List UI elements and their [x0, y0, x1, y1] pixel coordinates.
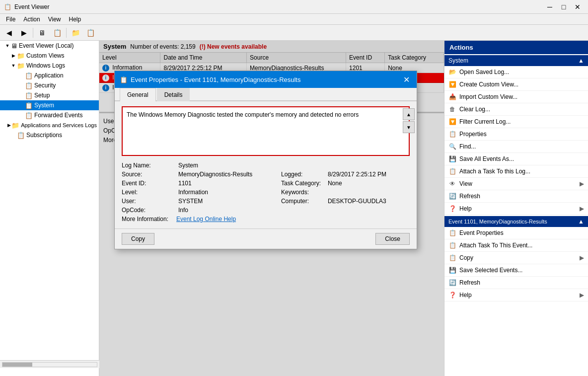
scroll-up-button[interactable]: ▲	[403, 108, 415, 120]
modal-overlay: 📋 Event Properties - Event 1101, MemoryD…	[99, 41, 444, 376]
log-icon: 📋	[25, 92, 33, 99]
modal-footer: Copy Close	[115, 228, 417, 249]
folder-icon: 📁	[17, 62, 25, 70]
action-label: Clear Log...	[459, 106, 490, 113]
action-help-event[interactable]: ❓ Help ▶	[444, 289, 588, 301]
sidebar-item-custom-views[interactable]: ▶ 📁 Custom Views	[0, 51, 99, 61]
toolbar-btn4[interactable]: 📋	[83, 26, 97, 39]
toolbar-btn2[interactable]: 📋	[50, 26, 64, 39]
modal-title-bar: 📋 Event Properties - Event 1101, MemoryD…	[115, 71, 417, 88]
attach-icon: 📋	[448, 167, 456, 175]
action-attach-task-event[interactable]: 📋 Attach Task To This Event...	[444, 239, 588, 252]
sidebar-item-system[interactable]: 📋 System	[0, 100, 99, 110]
sidebar-scrollbar[interactable]	[0, 360, 99, 368]
action-help[interactable]: ❓ Help ▶	[444, 203, 588, 215]
sidebar-item-subscriptions[interactable]: 📋 Subscriptions	[0, 130, 99, 140]
copy-button[interactable]: Copy	[122, 233, 154, 245]
keywords-label: Keywords:	[281, 188, 326, 197]
attach-icon: 📋	[448, 241, 456, 249]
computer-label: Computer:	[281, 197, 326, 206]
action-filter-log[interactable]: 🔽 Filter Current Log...	[444, 116, 588, 128]
toolbar: ◀ ▶ 🖥 📋 📁 📋	[0, 25, 588, 41]
sidebar-item-security[interactable]: 📋 Security	[0, 80, 99, 90]
action-attach-task-log[interactable]: 📋 Attach a Task To this Log...	[444, 165, 588, 178]
action-refresh-event[interactable]: 🔄 Refresh	[444, 277, 588, 289]
event-description-text: The Windows Memory Diagnostic tested the…	[127, 111, 359, 118]
refresh-icon: 🔄	[448, 192, 456, 200]
open-icon: 📂	[448, 68, 456, 76]
event-details-table: Log Name: System Source: MemoryDiagnosti…	[122, 161, 410, 224]
close-button[interactable]: Close	[375, 233, 410, 245]
action-save-selected[interactable]: 💾 Save Selected Events...	[444, 264, 588, 277]
action-label: Help	[459, 205, 472, 212]
clear-icon: 🗑	[448, 105, 456, 113]
modal-icon: 📋	[120, 76, 128, 83]
action-label: Properties	[459, 131, 487, 138]
toolbar-btn3[interactable]: 📁	[69, 26, 82, 39]
taskcat-label: Task Category:	[281, 179, 326, 188]
modal-close-button[interactable]: ✕	[401, 74, 412, 85]
action-label: Refresh	[459, 279, 480, 286]
opcode-label: OpCode:	[122, 206, 176, 215]
title-bar: 📋 Event Viewer ─ □ ✕	[0, 0, 588, 14]
action-open-saved-log[interactable]: 📂 Open Saved Log...	[444, 66, 588, 78]
sidebar-root[interactable]: ▼ 🖥 Event Viewer (Local)	[0, 41, 99, 51]
toolbar-btn1[interactable]: 🖥	[35, 26, 49, 39]
logged-label: Logged:	[281, 170, 326, 179]
save-icon: 💾	[448, 266, 456, 274]
maximize-button[interactable]: □	[557, 2, 570, 12]
sidebar-item-app-services[interactable]: ▶ 📁 Applications and Services Logs	[0, 120, 99, 130]
action-import-custom-view[interactable]: 📥 Import Custom View...	[444, 91, 588, 103]
sidebar: ▼ 🖥 Event Viewer (Local) ▶ 📁 Custom View…	[0, 41, 99, 376]
action-save-all-events[interactable]: 💾 Save All Events As...	[444, 153, 588, 165]
event-section-header: Event 1101, MemoryDiagnostics-Results ▲	[444, 216, 588, 227]
event-description: The Windows Memory Diagnostic tested the…	[122, 106, 410, 156]
event-section-label: Event 1101, MemoryDiagnostics-Results	[448, 219, 547, 225]
actions-panel: Actions System ▲ 📂 Open Saved Log... 🔽 C…	[444, 41, 588, 376]
view-icon: 👁	[448, 180, 456, 188]
sidebar-label-app-services: Applications and Services Logs	[21, 122, 97, 128]
moreinfo-link[interactable]: Event Log Online Help	[176, 216, 236, 223]
sidebar-label-custom-views: Custom Views	[26, 52, 64, 59]
spacer	[18, 72, 25, 79]
sidebar-item-forwarded[interactable]: 📋 Forwarded Events	[0, 110, 99, 120]
action-refresh[interactable]: 🔄 Refresh	[444, 190, 588, 203]
sidebar-item-windows-logs[interactable]: ▼ 📁 Windows Logs	[0, 61, 99, 71]
sidebar-item-setup[interactable]: 📋 Setup	[0, 90, 99, 100]
action-event-properties[interactable]: 📋 Event Properties	[444, 227, 588, 239]
action-properties[interactable]: 📋 Properties	[444, 128, 588, 141]
tab-details[interactable]: Details	[157, 88, 190, 101]
menu-view[interactable]: View	[44, 14, 65, 24]
expand-icon: ▼	[10, 62, 17, 69]
help-icon: ❓	[448, 291, 456, 299]
sidebar-label-windows-logs: Windows Logs	[26, 62, 65, 69]
spacer	[18, 102, 25, 109]
close-button[interactable]: ✕	[571, 2, 584, 12]
scroll-down-button[interactable]: ▼	[403, 121, 415, 133]
app-icon: 📋	[4, 3, 11, 10]
action-label: Open Saved Log...	[459, 69, 509, 75]
computer-value: DESKTOP-GUUDLA3	[326, 197, 410, 206]
moreinfo-label: More Information:	[122, 215, 176, 224]
minimize-button[interactable]: ─	[543, 2, 556, 12]
sidebar-item-application[interactable]: 📋 Application	[0, 71, 99, 80]
action-label: Attach a Task To this Log...	[459, 168, 530, 175]
level-label: Level:	[122, 188, 176, 197]
arrow-icon: ▶	[580, 180, 584, 187]
action-create-custom-view[interactable]: 🔽 Create Custom View...	[444, 78, 588, 91]
tab-general[interactable]: General	[120, 88, 156, 101]
toolbar-back[interactable]: ◀	[2, 26, 16, 39]
action-view[interactable]: 👁 View ▶	[444, 178, 588, 190]
menu-help[interactable]: Help	[65, 14, 85, 24]
modal-tabs: General Details	[115, 88, 417, 101]
action-label: Save Selected Events...	[459, 267, 522, 274]
action-clear-log[interactable]: 🗑 Clear Log...	[444, 103, 588, 116]
menu-file[interactable]: File	[2, 14, 19, 24]
action-copy[interactable]: 📋 Copy ▶	[444, 252, 588, 264]
menu-action[interactable]: Action	[19, 14, 44, 24]
toolbar-forward[interactable]: ▶	[17, 26, 31, 39]
spacer	[18, 92, 25, 99]
sidebar-label-application: Application	[34, 72, 64, 79]
log-name-value: System	[176, 161, 281, 170]
action-find[interactable]: 🔍 Find...	[444, 141, 588, 153]
